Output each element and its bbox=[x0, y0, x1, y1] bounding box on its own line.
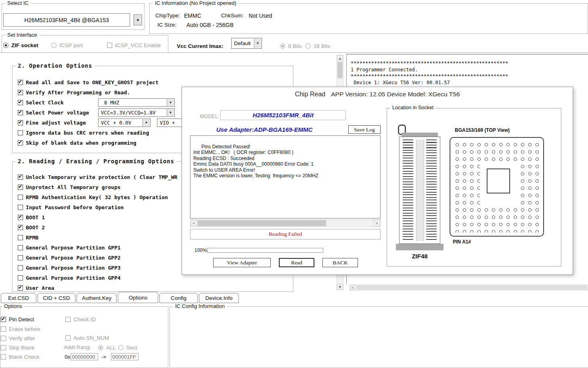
addr-sect-radio[interactable]: Sect bbox=[118, 344, 137, 351]
scrollbar-thumb[interactable] bbox=[356, 285, 587, 290]
rw-rpmb-auth-key[interactable]: RPMB Authentication Key( 32 bytes ) Oper… bbox=[18, 194, 168, 200]
option-read-all[interactable]: Read all and Save to ONE_KEY_GHOST proje… bbox=[18, 79, 159, 85]
checkbox-icon[interactable] bbox=[18, 285, 23, 291]
rw-rpmb[interactable]: RPMB bbox=[18, 234, 38, 241]
checkbox-icon[interactable] bbox=[18, 175, 23, 180]
radio-icon[interactable] bbox=[306, 44, 311, 49]
rw-unlock-tmp-wp[interactable]: Unlock Temporary write protection ( Clea… bbox=[18, 174, 178, 180]
option-fine-adjust[interactable]: Fine adjust voltage bbox=[18, 119, 86, 126]
chevron-down-icon[interactable]: ▼ bbox=[167, 109, 174, 116]
radio-icon[interactable] bbox=[98, 345, 103, 350]
tab-device-info[interactable]: Device.Info bbox=[199, 293, 239, 303]
view-adapter-button[interactable]: View Adapter bbox=[213, 258, 271, 267]
bits8-radio[interactable]: 8 Bits bbox=[280, 43, 302, 49]
ic-combobox[interactable]: H26M52103FMR_4Bit @BGA153 bbox=[3, 13, 130, 27]
power-voltage-select[interactable]: VCC=3.3V/VCCQ=1.8V ▼ bbox=[98, 108, 175, 117]
option-ignore-crc[interactable]: Ignore data bus CRC errors when reading bbox=[18, 129, 149, 136]
dialog-log-box[interactable]: Pins Detected Passed! Init EMMC... OK! (… bbox=[190, 135, 381, 218]
chevron-down-icon[interactable]: ▼ bbox=[254, 39, 261, 48]
rw-unprotect-groups[interactable]: Unprotect All Temporary groups bbox=[18, 184, 121, 190]
checkbox-icon[interactable] bbox=[18, 80, 23, 85]
vcc-imax-select[interactable]: Default ▼ bbox=[231, 38, 262, 49]
rw-boot1[interactable]: BOOT 1 bbox=[18, 214, 45, 220]
zif-socket-radio[interactable]: ZIF socket bbox=[3, 42, 38, 48]
tab-cid-csd[interactable]: CID + CSD bbox=[38, 293, 75, 303]
checkbox-icon[interactable] bbox=[65, 317, 71, 322]
tab-authent-key[interactable]: Authent.Key bbox=[77, 293, 117, 303]
rw-gpp3[interactable]: General Purpose Partition GPP3 bbox=[18, 264, 121, 271]
checkbox-icon[interactable] bbox=[18, 275, 23, 281]
checkbox-icon[interactable] bbox=[1, 345, 6, 350]
radio-icon[interactable] bbox=[118, 345, 123, 350]
checkbox-icon[interactable] bbox=[18, 205, 23, 210]
rw-user-area[interactable]: User Area bbox=[18, 285, 54, 291]
option-power-voltage[interactable]: Select Power voltage bbox=[18, 109, 89, 116]
blank-check-checkbox[interactable]: Blank Check bbox=[1, 353, 40, 360]
radio-icon[interactable] bbox=[3, 43, 8, 48]
checkbox-icon[interactable] bbox=[1, 354, 6, 360]
tab-options[interactable]: Options bbox=[118, 292, 158, 303]
checkbox-icon[interactable] bbox=[18, 100, 23, 105]
checkbox-icon[interactable] bbox=[1, 317, 6, 322]
save-log-button[interactable]: Save Log bbox=[348, 125, 381, 134]
rw-boot2[interactable]: BOOT 2 bbox=[18, 224, 45, 231]
addr-all-radio[interactable]: ALL bbox=[98, 344, 116, 351]
bits16-radio[interactable]: 16 Bits bbox=[306, 43, 330, 49]
pin-detect-checkbox[interactable]: Pin Detect bbox=[1, 316, 34, 322]
radio-icon[interactable] bbox=[280, 44, 285, 49]
checkbox-icon[interactable] bbox=[18, 225, 23, 230]
auto-sn-checkbox[interactable]: Auto SN_NUM bbox=[65, 335, 109, 341]
checkbox-icon[interactable] bbox=[18, 120, 23, 125]
checkbox-icon[interactable] bbox=[18, 235, 23, 240]
rw-gpp4[interactable]: General Purpose Partition GPP4 bbox=[18, 274, 121, 281]
checkbox-icon[interactable] bbox=[1, 336, 6, 341]
fine-adjust-vcc-select[interactable]: VCC + 0.0V ▼ bbox=[98, 119, 151, 127]
option-verify-after[interactable]: Verify After Programming or Read. bbox=[18, 89, 130, 96]
scroll-right-icon[interactable]: > bbox=[373, 220, 380, 227]
rw-gpp1[interactable]: General Purpose Partition GPP1 bbox=[18, 244, 121, 251]
tab-ext-csd[interactable]: Ext.CSD bbox=[1, 293, 36, 303]
scroll-left-icon[interactable]: < bbox=[350, 285, 356, 290]
checkbox-icon[interactable] bbox=[18, 140, 23, 146]
checkbox-icon[interactable] bbox=[18, 245, 23, 250]
option-select-clock[interactable]: Select Clock bbox=[18, 99, 64, 106]
checkbox-icon[interactable] bbox=[18, 185, 23, 190]
back-button[interactable]: BACK bbox=[322, 258, 358, 267]
checkbox-icon[interactable] bbox=[18, 195, 23, 200]
read-button[interactable]: Read bbox=[279, 258, 314, 267]
rw-gpp2[interactable]: General Purpose Partition GPP2 bbox=[18, 254, 121, 261]
checkbox-icon[interactable] bbox=[18, 130, 23, 135]
ic-combobox-dropdown-button[interactable]: ▼ bbox=[134, 15, 142, 25]
clock-select[interactable]: 8 MHZ ▼ bbox=[98, 98, 175, 107]
skip-blank-checkbox[interactable]: Skip Blank bbox=[1, 344, 35, 351]
checkbox-icon[interactable] bbox=[65, 335, 71, 341]
scrollbar-thumb[interactable] bbox=[198, 220, 326, 226]
scroll-down-icon[interactable]: ▼ bbox=[337, 284, 343, 290]
checkbox-icon[interactable] bbox=[107, 43, 112, 48]
addr-from-input[interactable] bbox=[71, 353, 98, 360]
scroll-up-icon[interactable]: ▲ bbox=[337, 55, 343, 61]
checkbox-icon[interactable] bbox=[18, 215, 23, 220]
log-panel-hscrollbar[interactable]: < bbox=[349, 285, 588, 291]
checkbox-icon[interactable] bbox=[18, 110, 23, 115]
radio-icon[interactable] bbox=[51, 43, 56, 48]
checkbox-icon[interactable] bbox=[18, 90, 23, 95]
verify-after-checkbox[interactable]: Verify after bbox=[1, 335, 35, 341]
checkbox-icon[interactable] bbox=[1, 326, 6, 332]
erase-before-checkbox[interactable]: Erase before bbox=[1, 326, 40, 332]
scrollbar-thumb[interactable] bbox=[337, 62, 343, 78]
icsp-port-radio[interactable]: ICSP port bbox=[51, 42, 83, 48]
rw-input-password[interactable]: Input Password before Operation bbox=[18, 204, 124, 210]
check-id-checkbox[interactable]: Check ID bbox=[65, 316, 96, 322]
icsp-vcc-checkbox[interactable]: ICSP_VCC Enable bbox=[107, 42, 161, 48]
checkbox-icon[interactable] bbox=[18, 265, 23, 270]
checkbox-icon[interactable] bbox=[18, 255, 23, 260]
bga-center-cutout bbox=[480, 164, 519, 205]
dialog-log-hscrollbar[interactable]: < > bbox=[190, 219, 381, 227]
chevron-down-icon[interactable]: ▼ bbox=[167, 99, 174, 106]
tab-config[interactable]: Config bbox=[159, 293, 198, 303]
addr-to-input[interactable] bbox=[111, 353, 138, 360]
scroll-left-icon[interactable]: < bbox=[190, 220, 197, 227]
option-skip-blank[interactable]: Skip of blank data when programming bbox=[18, 139, 136, 146]
chevron-down-icon[interactable]: ▼ bbox=[142, 119, 150, 126]
